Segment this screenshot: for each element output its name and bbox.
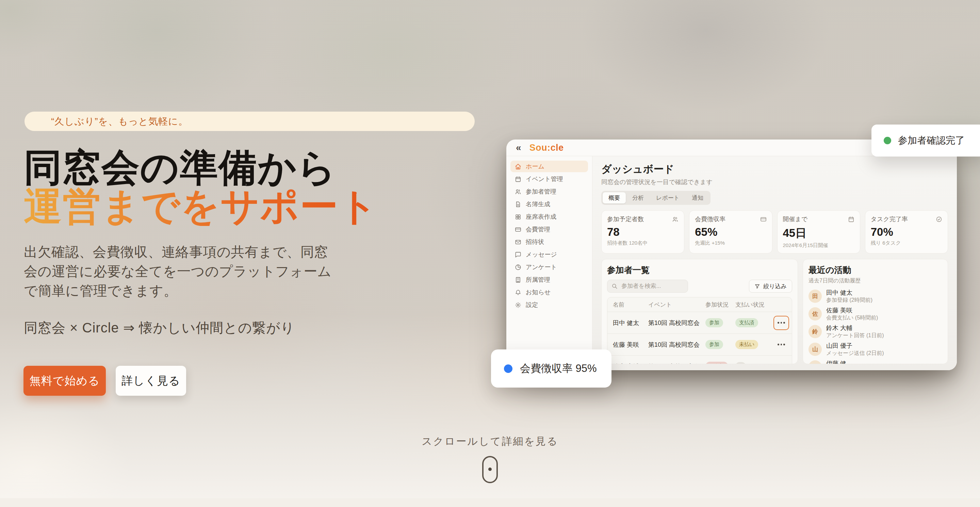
activity-name: 佐藤 美咲 bbox=[826, 307, 878, 314]
stat-value: 70% bbox=[871, 226, 942, 238]
row-menu-button[interactable] bbox=[773, 316, 789, 330]
tagline-badge: “久しぶり”を、もっと気軽に。 bbox=[24, 111, 475, 131]
stat-label: 会費徴収率 bbox=[695, 215, 725, 223]
sidebar-item-label: 座席表作成 bbox=[526, 213, 556, 221]
activity-avatar: 伊 bbox=[808, 360, 822, 364]
title-line-1: 同窓会の準備から bbox=[24, 146, 337, 189]
stat-sub: 残り 6タスク bbox=[871, 240, 942, 246]
activity-avatar: 田 bbox=[808, 289, 822, 303]
participants-controls: 絞り込み bbox=[607, 280, 792, 292]
activity-name: 伊藤 健 bbox=[826, 360, 867, 364]
tab-レポート[interactable]: レポート bbox=[650, 192, 685, 203]
filter-icon bbox=[754, 283, 760, 289]
search-input[interactable] bbox=[620, 283, 684, 290]
tab-概要[interactable]: 概要 bbox=[603, 192, 626, 203]
activity-panel: 最近の活動 過去7日間の活動履歴 田田中 健太参加登録 (2時間前)佐佐藤 美咲… bbox=[803, 259, 948, 364]
sidebar-item-イベント管理[interactable]: イベント管理 bbox=[511, 173, 588, 185]
sidebar-collapse-icon[interactable]: « bbox=[516, 142, 521, 153]
participant-search[interactable] bbox=[607, 280, 688, 292]
hero-description: 出欠確認、会費徴収、連絡事項の共有まで、同窓会の運営に必要な全てを一つのプラット… bbox=[24, 242, 334, 300]
scroll-label: スクロールして詳細を見る bbox=[422, 434, 558, 448]
participants-table: 名前イベント参加状況支払い状況田中 健太第10回 高校同窓会参加支払済佐藤 美咲… bbox=[607, 297, 792, 364]
bell-icon bbox=[515, 289, 521, 296]
panels-row: 参加者一覧 絞り込み 名前イベント参加状況支払い状況田中 健太第10回 高校同窓… bbox=[601, 259, 948, 364]
blue-dot-icon bbox=[504, 364, 512, 373]
stat-card: 会費徴収率65%先週比 +15% bbox=[689, 210, 772, 253]
table-row: 田中 健太第10回 高校同窓会参加支払済 bbox=[608, 312, 792, 334]
credit-card-icon bbox=[760, 216, 767, 223]
activity-desc: 会費支払い (5時間前) bbox=[826, 315, 878, 321]
dashboard-main: ダッシュボード 同窓会の管理状況を一目で確認できます 概要分析レポート通知 参加… bbox=[592, 156, 957, 370]
start-free-button[interactable]: 無料で始める bbox=[24, 366, 106, 396]
sidebar-item-座席表作成[interactable]: 座席表作成 bbox=[511, 211, 588, 223]
grid-icon bbox=[515, 214, 521, 220]
row-menu-button[interactable] bbox=[773, 359, 789, 364]
activity-desc: メッセージ送信 (2日前) bbox=[826, 350, 884, 357]
dashboard-subtitle: 同窓会の管理状況を一目で確認できます bbox=[601, 178, 948, 186]
dashboard-tabs: 概要分析レポート通知 bbox=[601, 191, 711, 205]
sidebar-item-アンケート[interactable]: アンケート bbox=[511, 261, 588, 273]
activity-name: 田中 健太 bbox=[826, 289, 872, 296]
activity-item: 山山田 優子メッセージ送信 (2日前) bbox=[808, 342, 942, 357]
sidebar-item-所属管理[interactable]: 所属管理 bbox=[511, 274, 588, 286]
activity-list: 田田中 健太参加登録 (2時間前)佐佐藤 美咲会費支払い (5時間前)鈴鈴木 大… bbox=[808, 289, 942, 364]
sidebar-item-参加者管理[interactable]: 参加者管理 bbox=[511, 186, 588, 197]
confirmation-label: 参加者確認完了 bbox=[898, 134, 965, 147]
attendance-badge: 参加 bbox=[705, 340, 723, 349]
tab-分析[interactable]: 分析 bbox=[627, 192, 649, 203]
file-text-icon bbox=[515, 201, 521, 208]
cta-row: 無料で始める 詳しく見る bbox=[24, 366, 186, 396]
stat-value: 65% bbox=[695, 226, 766, 238]
calendar-icon bbox=[848, 216, 854, 223]
sidebar-item-設定[interactable]: 設定 bbox=[511, 299, 588, 311]
sidebar-item-名簿生成[interactable]: 名簿生成 bbox=[511, 199, 588, 210]
participant-name: 田中 健太 bbox=[613, 319, 648, 327]
stat-card: 開催まで45日2024年6月15日開催 bbox=[777, 210, 860, 253]
participants-title: 参加者一覧 bbox=[607, 264, 792, 276]
activity-avatar: 佐 bbox=[808, 307, 822, 321]
attendance-badge: 参加 bbox=[705, 318, 723, 327]
sidebar-item-ホーム[interactable]: ホーム bbox=[511, 161, 588, 172]
learn-more-button[interactable]: 詳しく見る bbox=[116, 366, 186, 396]
tagline-text: “久しぶり”を、もっと気軽に。 bbox=[51, 115, 188, 128]
sidebar-item-メッセージ[interactable]: メッセージ bbox=[511, 249, 588, 260]
sidebar-item-招待状[interactable]: 招待状 bbox=[511, 236, 588, 248]
search-icon bbox=[611, 283, 617, 289]
title-line-2: 運営までをサポート bbox=[24, 187, 379, 226]
sidebar-item-label: 設定 bbox=[526, 301, 538, 309]
app-logo: Sou:cle bbox=[530, 143, 564, 153]
filter-label: 絞り込み bbox=[763, 283, 787, 290]
table-header-row: 名前イベント参加状況支払い状況 bbox=[608, 297, 792, 312]
row-menu-button[interactable] bbox=[773, 337, 789, 352]
collection-rate-badge: 会費徴収率 95% bbox=[491, 350, 611, 388]
sidebar-item-label: 参加者管理 bbox=[526, 188, 556, 195]
stat-label: 開催まで bbox=[783, 215, 808, 223]
sidebar-item-会費管理[interactable]: 会費管理 bbox=[511, 224, 588, 235]
table-row: 鈴木 大輔第10回 高校同窓会不参加- bbox=[608, 356, 792, 364]
activity-item: 鈴鈴木 大輔アンケート回答 (1日前) bbox=[808, 324, 942, 339]
stat-sub: 招待者数 120名中 bbox=[607, 240, 679, 246]
activity-item: 佐佐藤 美咲会費支払い (5時間前) bbox=[808, 307, 942, 321]
filter-button[interactable]: 絞り込み bbox=[749, 280, 792, 292]
participant-name: 鈴木 大輔 bbox=[613, 362, 648, 364]
activity-subtitle: 過去7日間の活動履歴 bbox=[808, 277, 942, 284]
activity-desc: アンケート回答 (1日前) bbox=[826, 332, 884, 339]
participants-panel: 参加者一覧 絞り込み 名前イベント参加状況支払い状況田中 健太第10回 高校同窓… bbox=[601, 259, 798, 364]
stat-sub: 先週比 +15% bbox=[695, 240, 766, 246]
scroll-cue: スクロールして詳細を見る bbox=[0, 434, 980, 483]
users-icon bbox=[515, 189, 521, 195]
home-icon bbox=[515, 163, 521, 170]
sidebar-item-label: 所属管理 bbox=[526, 276, 550, 284]
tab-通知[interactable]: 通知 bbox=[686, 192, 709, 203]
participant-event: 第10回 高校同窓会 bbox=[648, 362, 705, 364]
participant-event: 第10回 高校同窓会 bbox=[648, 341, 705, 349]
activity-item: 伊伊藤 健参加登録 (3日前) bbox=[808, 360, 942, 364]
payment-badge: 支払済 bbox=[735, 318, 758, 327]
column-header: イベント bbox=[648, 301, 705, 308]
calendar-icon bbox=[515, 176, 521, 183]
dashboard-title: ダッシュボード bbox=[601, 162, 948, 176]
participant-event: 第10回 高校同窓会 bbox=[648, 319, 705, 327]
stat-value: 45日 bbox=[783, 226, 854, 241]
sidebar-item-お知らせ[interactable]: お知らせ bbox=[511, 286, 588, 298]
pie-chart-icon bbox=[515, 264, 521, 270]
